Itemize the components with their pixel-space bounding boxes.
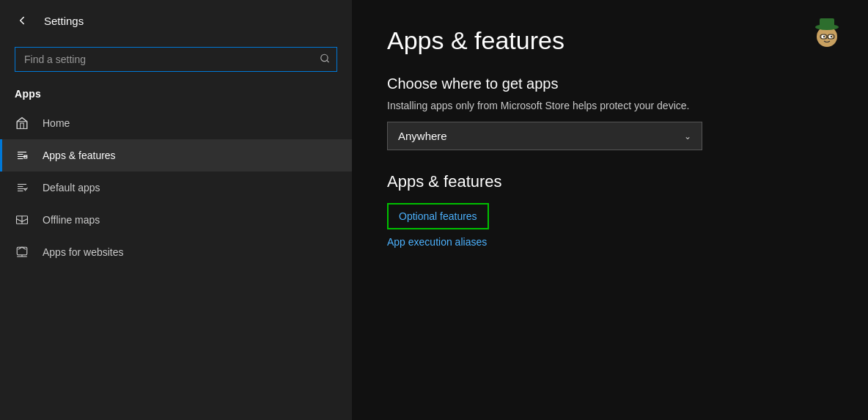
sidebar-item-apps-features[interactable]: Apps & features <box>0 139 352 172</box>
dropdown-container: Anywhere ⌄ <box>387 122 833 150</box>
search-box-container <box>15 47 337 72</box>
svg-line-1 <box>327 60 329 62</box>
sidebar-item-home-label: Home <box>43 117 70 129</box>
sidebar-item-apps-websites[interactable]: Apps for websites <box>0 236 352 268</box>
sidebar-item-default-apps-label: Default apps <box>43 182 100 194</box>
search-input[interactable] <box>15 47 337 72</box>
apps-features-icon <box>15 148 29 163</box>
sidebar-header: Settings <box>0 0 352 41</box>
sidebar-item-offline-maps-label: Offline maps <box>43 214 100 226</box>
default-apps-icon <box>15 180 29 195</box>
apps-source-dropdown[interactable]: Anywhere ⌄ <box>387 122 702 150</box>
sidebar-item-apps-websites-label: Apps for websites <box>43 246 124 258</box>
sidebar: Settings Apps Home <box>0 0 352 420</box>
optional-features-link[interactable]: Optional features <box>387 203 489 229</box>
sidebar-title: Settings <box>44 15 84 27</box>
chevron-down-icon: ⌄ <box>684 131 691 141</box>
svg-rect-14 <box>17 247 27 255</box>
sidebar-section-label: Apps <box>0 84 352 107</box>
dropdown-value: Anywhere <box>398 130 447 142</box>
choose-description: Installing apps only from Microsoft Stor… <box>387 100 833 111</box>
avatar <box>808 15 846 53</box>
sidebar-item-offline-maps[interactable]: Offline maps <box>0 204 352 236</box>
apps-section-heading: Apps & features <box>387 172 833 191</box>
sidebar-item-apps-features-label: Apps & features <box>43 150 116 161</box>
offline-maps-icon <box>15 213 29 227</box>
svg-point-23 <box>831 36 832 37</box>
search-icon <box>320 54 330 66</box>
app-execution-aliases-link[interactable]: App execution aliases <box>387 236 487 248</box>
svg-point-22 <box>823 36 825 37</box>
svg-rect-2 <box>17 122 27 129</box>
sidebar-item-default-apps[interactable]: Default apps <box>0 172 352 204</box>
page-title: Apps & features <box>387 26 833 55</box>
svg-rect-19 <box>820 18 834 29</box>
main-content: Apps & features Choose where to get apps… <box>352 0 868 420</box>
choose-heading: Choose where to get apps <box>387 75 833 92</box>
back-button[interactable] <box>12 10 32 31</box>
home-icon <box>15 116 29 130</box>
apps-websites-icon <box>15 245 29 259</box>
sidebar-item-home[interactable]: Home <box>0 107 352 139</box>
